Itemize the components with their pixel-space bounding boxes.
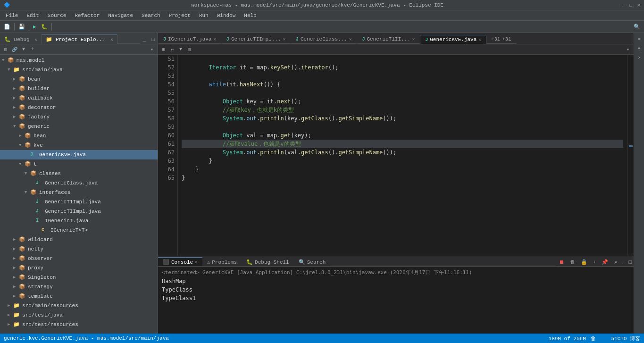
panel-collapse-all[interactable]: ⊟ <box>2 46 9 53</box>
tree-toggle-23[interactable]: ▶ <box>13 273 19 282</box>
tree-item-21[interactable]: ▶📦observer <box>0 254 158 263</box>
editor-tool-1[interactable]: ⊞ <box>160 46 167 53</box>
console-scroll-lock[interactable]: 🔒 <box>578 258 590 266</box>
tree-toggle-4[interactable]: ▶ <box>13 94 19 102</box>
right-mini-btn2[interactable]: V <box>635 44 644 53</box>
console-max[interactable]: □ <box>627 259 634 266</box>
tree-toggle-2[interactable]: ▶ <box>13 75 19 84</box>
right-mini-btn3[interactable]: > <box>635 54 644 62</box>
project-tab-close[interactable]: ✕ <box>110 37 113 42</box>
tab-close-4[interactable]: ✕ <box>478 37 481 42</box>
tab-console[interactable]: ⬛ Console ✕ <box>158 257 202 266</box>
console-pin[interactable]: 📌 <box>599 258 611 266</box>
tree-item-2[interactable]: ▶📦bean <box>0 75 158 84</box>
tree-item-14[interactable]: ▼📦interfaces <box>0 188 158 197</box>
console-min[interactable]: _ <box>620 259 627 266</box>
tree-item-20[interactable]: ▶📦netty <box>0 244 158 254</box>
right-mini-btn1[interactable]: = <box>635 35 644 43</box>
tab-debug[interactable]: 🐛 Debug ✕ <box>0 34 42 44</box>
tree-item-27[interactable]: ▶📁src/test/java <box>0 310 158 320</box>
tree-item-11[interactable]: ▼📦t <box>0 159 158 169</box>
tree-item-19[interactable]: ▶📦wildcard <box>0 235 158 244</box>
toolbar-new[interactable]: 📄 <box>2 23 12 31</box>
tree-toggle-24[interactable]: ▶ <box>13 283 19 291</box>
tree-toggle-7[interactable]: ▼ <box>13 122 19 131</box>
left-panel-min[interactable]: _ <box>140 35 149 44</box>
tree-toggle-9[interactable]: ▼ <box>19 141 25 150</box>
tree-toggle-0[interactable]: ▼ <box>2 56 8 65</box>
editor-tab-3[interactable]: JGenericT1II...✕ <box>357 34 420 44</box>
heap-icon[interactable]: 🗑 <box>591 336 596 342</box>
tab-close-3[interactable]: ✕ <box>412 37 415 42</box>
editor-tab-0[interactable]: JIGenericT.java✕ <box>158 34 221 44</box>
console-clear[interactable]: 🗑 <box>567 258 578 266</box>
tree-toggle-21[interactable]: ▶ <box>13 254 19 263</box>
editor-tab-4[interactable]: JGenericKVE.java✕ <box>420 35 486 44</box>
tree-item-12[interactable]: ▼📦classes <box>0 169 158 178</box>
console-expand[interactable]: ↗ <box>611 258 620 266</box>
menu-help[interactable]: Help <box>240 12 260 19</box>
panel-view-menu[interactable]: ▾ <box>148 46 156 53</box>
tree-item-25[interactable]: ▶📦template <box>0 292 158 301</box>
editor-tool-right[interactable]: ▾ <box>624 46 632 53</box>
editor-tool-4[interactable]: ⊞ <box>185 46 193 53</box>
tree-item-6[interactable]: ▶📦factory <box>0 112 158 122</box>
menu-project[interactable]: Project <box>165 12 194 19</box>
tree-toggle-11[interactable]: ▼ <box>19 160 25 168</box>
maximize-button[interactable]: ☐ <box>629 2 633 8</box>
minimize-button[interactable]: — <box>621 2 625 8</box>
console-new[interactable]: + <box>590 259 599 266</box>
tree-item-15[interactable]: JGenericT1Impl.java <box>0 197 158 207</box>
close-button[interactable]: ✕ <box>637 2 640 8</box>
editor-tool-3[interactable]: ▼ <box>177 46 184 53</box>
menu-window[interactable]: Window <box>213 12 240 19</box>
tab-project-explorer[interactable]: 📁 Project Explo... ✕ <box>42 34 117 44</box>
editor-tab-2[interactable]: JGenericClass...✕ <box>291 34 357 44</box>
tab-close-1[interactable]: ✕ <box>283 37 285 42</box>
editor-tool-2[interactable]: ↩ <box>168 46 176 53</box>
tree-item-1[interactable]: ▼📁src/main/java <box>0 65 158 75</box>
tree-toggle-27[interactable]: ▶ <box>8 311 13 319</box>
tab-search-bottom[interactable]: 🔍 Search <box>294 258 331 266</box>
tree-toggle-8[interactable]: ▶ <box>19 132 25 140</box>
menu-edit[interactable]: Edit <box>23 12 42 19</box>
menu-refactor[interactable]: Refactor <box>71 12 103 19</box>
editor-tab-5[interactable]: +31+31 <box>486 34 517 44</box>
tree-toggle-5[interactable]: ▶ <box>13 103 19 112</box>
tree-item-28[interactable]: ▶📁src/test/resources <box>0 320 158 329</box>
tree-item-9[interactable]: ▼📦kve <box>0 141 158 150</box>
tab-debug-shell[interactable]: 🐛 Debug Shell <box>242 258 294 266</box>
tree-item-3[interactable]: ▶📦builder <box>0 84 158 93</box>
menu-navigate[interactable]: Navigate <box>104 12 137 19</box>
tree-toggle-22[interactable]: ▶ <box>13 264 19 272</box>
tree-toggle-3[interactable]: ▶ <box>13 84 19 93</box>
tree-item-22[interactable]: ▶📦proxy <box>0 263 158 273</box>
panel-link-editor[interactable]: 🔗 <box>11 46 18 53</box>
debug-tab-close[interactable]: ✕ <box>34 37 37 42</box>
toolbar-debug[interactable]: 🐛 <box>39 23 50 31</box>
tree-toggle-26[interactable]: ▶ <box>8 301 13 310</box>
tree-item-26[interactable]: ▶📁src/main/resources <box>0 301 158 310</box>
menu-file[interactable]: File <box>2 12 22 19</box>
tree-item-10[interactable]: JGenericKVE.java <box>0 150 158 159</box>
tab-problems[interactable]: ⚠ Problems <box>202 258 242 266</box>
editor-tab-1[interactable]: JGenericTIImpl...✕ <box>221 34 291 44</box>
tree-toggle-28[interactable]: ▶ <box>8 320 13 329</box>
tree-item-24[interactable]: ▶📦strategy <box>0 282 158 292</box>
console-tab-close[interactable]: ✕ <box>195 259 197 265</box>
tree-item-13[interactable]: JGenericClass.java <box>0 178 158 188</box>
tree-item-0[interactable]: ▼📦mas.model <box>0 56 158 65</box>
console-stop[interactable]: ⏹ <box>556 258 567 266</box>
tree-item-23[interactable]: ▶📦Singleton <box>0 273 158 282</box>
tree-toggle-25[interactable]: ▶ <box>13 292 19 301</box>
toolbar-search[interactable]: 🔍 <box>632 23 642 31</box>
tree-item-7[interactable]: ▼📦generic <box>0 122 158 131</box>
panel-new[interactable]: + <box>29 46 36 53</box>
tree-item-18[interactable]: CIGenericT<T> <box>0 226 158 235</box>
menu-run[interactable]: Run <box>195 12 212 19</box>
menu-search[interactable]: Search <box>138 12 164 19</box>
tree-toggle-14[interactable]: ▼ <box>25 188 30 197</box>
tab-close-0[interactable]: ✕ <box>213 37 216 42</box>
tree-toggle-20[interactable]: ▶ <box>13 245 19 253</box>
tree-item-4[interactable]: ▶📦callback <box>0 93 158 103</box>
